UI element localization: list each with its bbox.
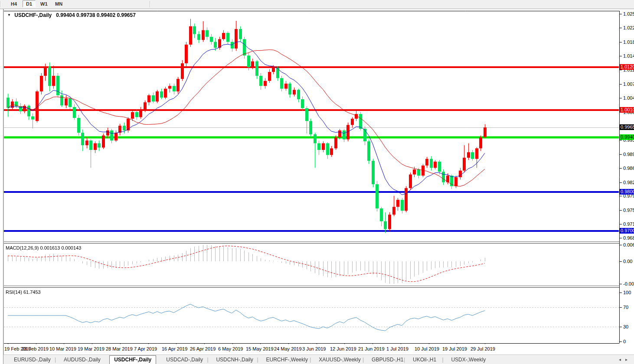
toolbar-separator — [150, 1, 150, 7]
macd-axis-label: 0.00 — [623, 259, 632, 264]
tab-separator: | — [442, 357, 443, 363]
price-level-label: 1.01205 — [620, 64, 634, 70]
price-tick-mark — [620, 140, 622, 140]
price-tick-label: 0.98970 — [623, 152, 634, 157]
price-tick-label: 1.02210 — [623, 25, 634, 30]
macd-tick-mark — [620, 261, 622, 262]
price-tick-label: 1.00410 — [623, 95, 634, 101]
date-tick-label: 10 Jul 2019 — [415, 346, 439, 351]
timeframe-toolbar: H4D1W1MN — [0, 0, 634, 9]
price-tick-mark — [620, 168, 622, 169]
tab-scroll-arrows: ◂▸ — [619, 357, 632, 362]
date-tick-label: 3 Jun 2019 — [302, 346, 326, 351]
tab-scroll-right-icon[interactable]: ▸ — [625, 357, 632, 362]
rsi-indicator-label: RSI(14) 61.7453 — [6, 289, 41, 295]
rsi-axis-label: 0 — [623, 339, 626, 344]
timeframe-button-mn[interactable]: MN — [52, 0, 65, 7]
macd-indicator-label: MACD(12,26,9) 0.001613 0.000143 — [6, 245, 81, 250]
mt4-chart-window: H4D1W1MN ▼ USDCHF-,Daily 0.99404 0.99738… — [0, 0, 634, 364]
price-tick-label: 0.97180 — [623, 221, 634, 227]
price-tick-label: 1.00770 — [623, 81, 634, 87]
date-tick-label: 28 Mar 2019 — [106, 346, 133, 351]
price-tick-mark — [620, 182, 622, 183]
date-tick-label: 19 Mar 2019 — [78, 346, 105, 351]
date-tick-label: 1 Jul 2019 — [386, 346, 409, 351]
symbol-period-label: USDCHF-,Daily — [14, 12, 52, 18]
ohlc-values: 0.99404 0.99738 0.99402 0.99657 — [56, 12, 136, 18]
price-axis[interactable]: 1.025701.022101.018501.014901.011301.007… — [620, 9, 634, 354]
price-tick-mark — [620, 14, 622, 14]
rsi-tick-mark — [620, 292, 622, 293]
chart-tab-xauusd[interactable]: XAUUSD-,Weekly — [314, 356, 365, 364]
tab-separator: | — [257, 357, 258, 363]
macd-tick-mark — [620, 245, 622, 245]
price-tick-label: 1.01490 — [623, 53, 634, 58]
price-tick-mark — [620, 154, 622, 155]
date-tick-label: 15 May 2019 — [246, 346, 274, 351]
price-tick-mark — [620, 84, 622, 84]
timeframe-button-h4[interactable]: H4 — [8, 0, 20, 7]
price-tick-label: 0.97540 — [623, 208, 634, 213]
date-tick-label: 16 Apr 2019 — [162, 346, 187, 351]
macd-tick-mark — [620, 284, 622, 284]
chart-tab-gbpusd[interactable]: GBPUSD-,H1 — [367, 356, 408, 364]
price-tick-mark — [620, 224, 622, 224]
macd-axis-label: 0.00613 — [623, 242, 634, 247]
tab-separator: | — [310, 357, 311, 363]
dropdown-triangle-icon[interactable]: ▼ — [7, 13, 11, 17]
price-level-label: 0.98004 — [620, 189, 634, 195]
timeframe-button-d1[interactable]: D1 — [23, 0, 36, 7]
price-level-label: 0.99406 — [620, 134, 634, 140]
chart-tab-eurusd[interactable]: EURUSD-,Daily — [10, 356, 55, 364]
chart-tab-usdcnh[interactable]: USDCNH-,Daily — [212, 356, 257, 364]
date-tick-label: 21 Jun 2019 — [358, 346, 385, 351]
chart-tab-audusd[interactable]: AUDUSD-,Daily — [59, 356, 105, 364]
chart-tab-usdchf[interactable]: USDCHF-,Daily — [109, 355, 156, 364]
price-tick-mark — [620, 238, 622, 238]
rsi-tick-mark — [620, 327, 622, 327]
chart-tab-usdcad[interactable]: USDCAD-,Daily — [162, 356, 207, 364]
tab-separator: | — [363, 357, 364, 363]
date-tick-label: 24 May 2019 — [274, 346, 302, 351]
timeframe-button-w1[interactable]: W1 — [37, 0, 51, 7]
chart-tab-usdx[interactable]: USDX-,Weekly — [447, 356, 490, 364]
rsi-axis-label: 70 — [623, 305, 628, 310]
tab-separator: | — [404, 357, 405, 363]
date-tick-label: 7 Apr 2019 — [134, 346, 157, 351]
date-tick-label: 28 Feb 2019 — [22, 346, 49, 351]
macd-axis-label: -0.00761 — [623, 281, 634, 286]
date-tick-label: 10 Mar 2019 — [49, 346, 76, 351]
tab-scroll-left-icon[interactable]: ◂ — [619, 357, 625, 362]
price-tick-label: 0.98610 — [623, 166, 634, 171]
price-tick-mark — [620, 196, 622, 196]
price-tick-mark — [620, 56, 622, 56]
current-price-label: 0.99657 — [620, 124, 634, 130]
price-tick-label: 0.98250 — [623, 180, 634, 185]
price-tick-mark — [620, 210, 622, 211]
date-tick-label: 6 May 2019 — [218, 346, 243, 351]
price-tick-mark — [620, 42, 622, 42]
date-tick-label: 29 Jul 2019 — [471, 346, 495, 351]
chart-window: ▼ USDCHF-,Daily 0.99404 0.99738 0.99402 … — [3, 9, 634, 364]
time-axis[interactable]: 19 Feb 201928 Feb 201910 Mar 201919 Mar … — [4, 344, 620, 354]
date-tick-label: 12 Jun 2019 — [330, 346, 356, 351]
price-tick-mark — [620, 98, 622, 98]
price-tick-label: 1.01850 — [623, 39, 634, 45]
rsi-axis-label: 30 — [623, 324, 628, 329]
price-tick-label: 0.96820 — [623, 235, 634, 240]
price-tick-mark — [620, 70, 622, 70]
rsi-axis-label: 100 — [623, 290, 631, 295]
rsi-tick-mark — [620, 307, 622, 308]
date-tick-label: 19 Jul 2019 — [442, 346, 467, 351]
chart-tab-eurchf[interactable]: EURCHF-,Weekly — [262, 356, 312, 364]
tab-separator: | — [207, 357, 208, 363]
chart-tab-ukoil[interactable]: UKOil-,H1 — [409, 356, 441, 364]
price-level-label: 0.97001 — [620, 228, 634, 234]
tab-separator: | — [55, 357, 56, 363]
chart-tab-bar: ◂▸ EURUSD-,Daily|AUDUSD-,DailyUSDCHF-,Da… — [3, 354, 634, 364]
chart-canvas[interactable] — [4, 9, 620, 354]
price-tick-mark — [620, 28, 622, 28]
date-tick-label: 26 Apr 2019 — [190, 346, 216, 351]
price-tick-label: 1.02570 — [623, 11, 634, 16]
rsi-tick-mark — [620, 341, 622, 342]
